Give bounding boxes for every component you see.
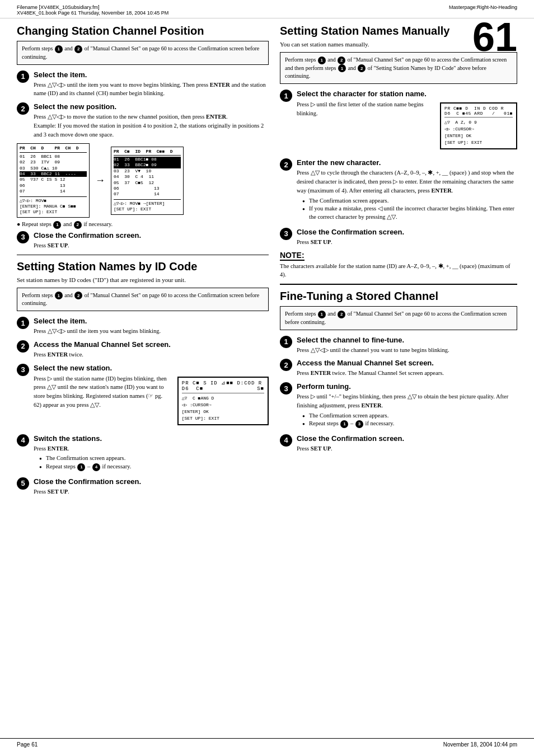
fine-step-body-4: Press SET UP. xyxy=(297,444,517,453)
id-step-title-2: Access the Manual Channel Set screen. xyxy=(34,340,269,349)
osd-id-display: PR C■ S ID ⊿■■ D:COD RD6 C■ S■ △▽ C ■ANG… xyxy=(177,377,269,425)
page-footer: Page 61 November 18, 2004 10:44 pm xyxy=(0,738,534,748)
step-title-1: Select the item. xyxy=(34,71,269,79)
id-step-content-2: Access the Manual Channel Set screen. Pr… xyxy=(34,340,269,359)
id-step-number-4: 4 xyxy=(17,434,29,447)
id-step-content-4: Switch the stations. Press ENTER. The Co… xyxy=(34,434,269,473)
manual-info-step-2: 2 xyxy=(338,57,345,64)
fine-info-step-2: 2 xyxy=(338,311,345,318)
manual-step-body-1: Press ▷ until the first letter of the st… xyxy=(297,100,434,118)
fine-step-3: 3 Perform tuning. Press ▷ until "+/–" be… xyxy=(280,382,517,430)
fine-step-1: 1 Select the channel to fine-tune. Press… xyxy=(280,336,517,355)
bullet-confirmation: The Confirmation screen appears. xyxy=(39,454,269,463)
fine-step-title-4: Close the Confirmation screen. xyxy=(297,434,517,443)
page-number-large: 61 xyxy=(472,17,517,57)
manual-step-2-bullets: The Confirmation screen appears. If you … xyxy=(302,197,517,222)
header-left: Filename [XV48EK_10Subsidiary.fm] XV48EK… xyxy=(17,4,168,16)
manual-step-1-area: Press ▷ until the first letter of the st… xyxy=(297,100,517,152)
step-inline-1: 1 xyxy=(55,45,63,53)
id-step-title-5: Close the Confirmation screen. xyxy=(34,477,269,486)
step-title-3: Close the Confirmation screen. xyxy=(34,231,269,240)
manual-step-content-2: Enter the new character. Press △▽ to cyc… xyxy=(297,158,517,223)
section-manual-names: Setting Station Names Manually You can s… xyxy=(280,24,517,279)
id-step-title-3: Select the new station. xyxy=(34,364,269,372)
header-bookinfo: XV48EK_01.book Page 61 Thursday, Novembe… xyxy=(17,10,168,16)
manual-info-step-1: 1 xyxy=(318,57,326,64)
section-subtitle-id: Set station names by ID codes ("ID") tha… xyxy=(17,276,269,283)
id-step-inline-1: 1 xyxy=(55,292,63,299)
fine-repeat-1: 1 xyxy=(340,420,348,428)
id-step-number-1: 1 xyxy=(17,317,29,329)
repeat-step-1: 1 xyxy=(53,221,61,229)
channel-table-after: PR C■ ID PR C■■ D 01 26 BBC1■ 08 02 33 B… xyxy=(111,147,184,215)
section-changing-station: Changing Station Channel Position Perfor… xyxy=(17,24,269,250)
fine-step-number-1: 1 xyxy=(280,336,292,348)
fine-step-title-1: Select the channel to fine-tune. xyxy=(297,336,517,344)
id-step-body-4: Press ENTER. xyxy=(34,444,269,453)
page-wrapper: Filename [XV48EK_10Subsidiary.fm] XV48EK… xyxy=(0,0,534,756)
id-step-title-4: Switch the stations. xyxy=(34,434,269,443)
section-title-fine: Fine-Tuning a Stored Channel xyxy=(280,289,517,303)
step-number-2: 2 xyxy=(17,102,29,115)
fine-repeat-3: 3 xyxy=(355,420,363,428)
step-3-changing: 3 Close the Confirmation screen. Press S… xyxy=(17,231,269,250)
step-content-1: Select the item. Press △▽◁▷ until the it… xyxy=(34,71,269,98)
id-step-4-bullets: The Confirmation screen appears. Repeat … xyxy=(39,454,269,471)
id-step-title-1: Select the item. xyxy=(34,317,269,325)
header-filename: Filename [XV48EK_10Subsidiary.fm] xyxy=(17,4,168,10)
manual-info-step-3: 1 xyxy=(338,64,346,72)
manual-step-2: 2 Enter the new character. Press △▽ to c… xyxy=(280,158,517,223)
fine-step-content-2: Access the Manual Channel Set screen. Pr… xyxy=(297,359,517,378)
osd-manual-bottom: △▽ A Z, 0 9 ◁▷ :CURSOR→ [ENTER] OK [SET … xyxy=(444,119,513,146)
id-step-number-5: 5 xyxy=(17,477,29,490)
manual-step-title-3: Close the Confirmation screen. xyxy=(297,228,517,236)
id-step-body-1: Press △▽◁▷ until the item you want begin… xyxy=(34,327,269,336)
fine-step-title-3: Perform tuning. xyxy=(297,382,517,391)
id-step-content-1: Select the item. Press △▽◁▷ until the it… xyxy=(34,317,269,336)
id-step-3-display-area: Press ▷ until the station name (ID) begi… xyxy=(34,374,269,428)
page-header: Filename [XV48EK_10Subsidiary.fm] XV48EK… xyxy=(0,0,534,18)
manual-step-content-1: Select the character for station name. P… xyxy=(297,90,517,154)
osd-bottom-id: △▽ C ■ANG D ◁▷ :CURSOR→ [ENTER] OK [SET … xyxy=(182,395,264,422)
fine-step-body-1: Press △▽◁▷ until the channel you want to… xyxy=(297,346,517,355)
step-inline-2: 2 xyxy=(74,45,82,53)
manual-step-title-1: Select the character for station name. xyxy=(297,90,517,98)
step-body-3: Press SET UP. xyxy=(34,241,269,250)
fine-step-content-3: Perform tuning. Press ▷ until "+/–" begi… xyxy=(297,382,517,430)
osd-top-id: PR C■ S ID ⊿■■ D:COD RD6 C■ S■ xyxy=(182,380,264,393)
manual-bullet-2: If you make a mistake, press ◁ until the… xyxy=(302,205,517,221)
step-content-2: Select the new position. Press △▽◁▷ to m… xyxy=(34,102,269,139)
manual-step-1: 1 Select the character for station name.… xyxy=(280,90,517,154)
fine-step-2: 2 Access the Manual Channel Set screen. … xyxy=(280,359,517,378)
fine-step-number-3: 3 xyxy=(280,382,292,395)
fine-step-title-2: Access the Manual Channel Set screen. xyxy=(297,359,517,367)
fine-step-body-3: Press ▷ until "+/–" begins blinking, the… xyxy=(297,392,517,410)
divider-2 xyxy=(280,284,517,285)
manual-step-title-2: Enter the new character. xyxy=(297,158,517,167)
manual-step-body-3: Press SET UP. xyxy=(297,238,517,247)
manual-bullet-1: The Confirmation screen appears. xyxy=(302,197,517,205)
step-number-1: 1 xyxy=(17,71,29,83)
step-body-2: Press △▽◁▷ to move the station to the ne… xyxy=(34,112,269,139)
note-title: NOTE: xyxy=(280,251,305,261)
divider-1 xyxy=(17,255,269,255)
id-step-2: 2 Access the Manual Channel Set screen. … xyxy=(17,340,269,359)
header-right: Masterpage:Right-No-Heading xyxy=(449,4,517,10)
note-text: The characters available for the station… xyxy=(280,262,517,279)
info-box-id: Perform steps 1 and 2 of "Manual Channel… xyxy=(17,288,269,312)
id-step-inline-2: 2 xyxy=(74,292,82,299)
table-arrow: → xyxy=(95,175,105,186)
id-step-1: 1 Select the item. Press △▽◁▷ until the … xyxy=(17,317,269,336)
fine-step-content-4: Close the Confirmation screen. Press SET… xyxy=(297,434,517,453)
id-step-content-3: Select the new station. Press ▷ until th… xyxy=(34,364,269,430)
osd-manual-display: PR C■■ D IN D COD RD6 C ■45 ARD / 01■ △▽… xyxy=(440,102,517,149)
repeat-note: ● Repeat steps 1 and 2 if necessary. xyxy=(17,221,269,229)
fine-step-4: 4 Close the Confirmation screen. Press S… xyxy=(280,434,517,453)
id-step-4: 4 Switch the stations. Press ENTER. The … xyxy=(17,434,269,473)
manual-step-3: 3 Close the Confirmation screen. Press S… xyxy=(280,228,517,247)
manual-step-number-3: 3 xyxy=(280,228,292,240)
repeat-step-2: 2 xyxy=(74,221,82,229)
manual-step-number-2: 2 xyxy=(280,158,292,171)
footer-right: November 18, 2004 10:44 pm xyxy=(443,741,517,748)
step-number-3: 3 xyxy=(17,231,29,243)
